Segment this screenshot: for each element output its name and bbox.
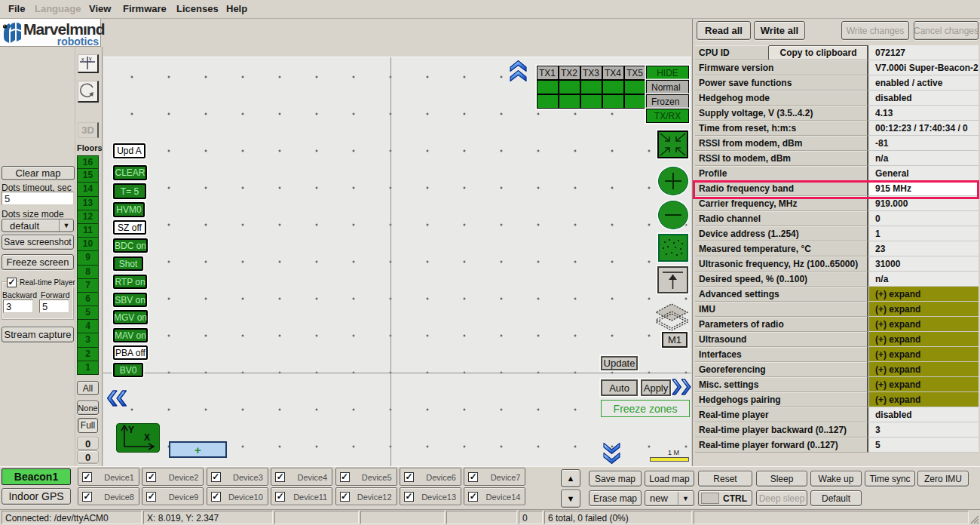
svg-text:Y: Y bbox=[128, 425, 134, 435]
svg-text:X: X bbox=[144, 432, 150, 443]
